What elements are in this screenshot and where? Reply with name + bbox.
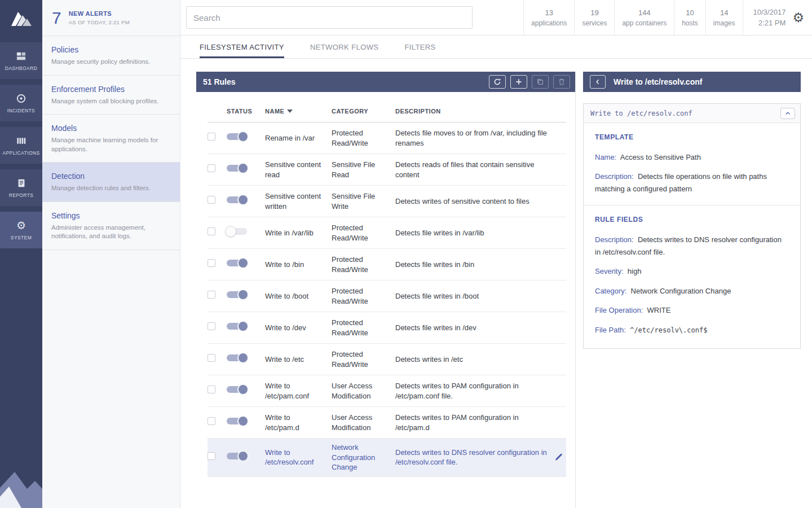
column-header-name[interactable]: NAME	[265, 108, 332, 115]
table-row[interactable]: Write to /binProtected Read/WriteDetects…	[208, 249, 566, 281]
status-toggle[interactable]	[227, 257, 247, 269]
date-text: 10/3/2017	[753, 7, 786, 18]
sidebar-item-dashboard[interactable]: DASHBOARD	[0, 42, 42, 79]
rule-category: Protected Read/Write	[332, 128, 395, 148]
table-row[interactable]: Write to /devProtected Read/WriteDetects…	[208, 312, 566, 344]
column-header-status: STATUS	[227, 108, 265, 115]
rule-name: Write to /etc	[265, 354, 332, 365]
field-label: Severity:	[595, 267, 624, 275]
edit-rule-button[interactable]	[554, 453, 563, 462]
table-row[interactable]: Write to /etc/pam.dUser Access Modificat…	[208, 407, 566, 439]
row-checkbox[interactable]	[208, 227, 215, 235]
stat-value: 10	[686, 8, 694, 17]
tab-filesystem-activity[interactable]: FILESYSTEM ACTIVITY	[200, 36, 284, 58]
rule-name: Sensitive content read	[265, 160, 332, 179]
status-toggle[interactable]	[227, 226, 247, 237]
table-row[interactable]: Sensitive content writtenSensitive File …	[208, 186, 566, 217]
status-toggle[interactable]	[227, 194, 247, 205]
menu-item-policies[interactable]: PoliciesManage security policy definitio…	[42, 36, 180, 76]
table-row[interactable]: Write to /etc/resolv.confNetwork Configu…	[208, 439, 566, 477]
rule-name: Sensitive content written	[265, 191, 332, 211]
table-row[interactable]: Write to /etc/pam.confUser Access Modifi…	[208, 375, 566, 407]
collapse-button[interactable]	[780, 108, 795, 119]
rules-toolbar	[489, 75, 570, 89]
rule-category: Protected Read/Write	[332, 318, 395, 338]
menu-item-title: Policies	[51, 45, 171, 54]
tab-filters[interactable]: FILTERS	[404, 36, 435, 58]
panel-divider	[575, 72, 576, 508]
decorative-mountains	[0, 464, 42, 508]
copy-button[interactable]	[532, 75, 549, 89]
logo-icon	[10, 8, 33, 28]
topbar-stats: 13applications19services144app container…	[523, 0, 812, 35]
tab-network-flows[interactable]: NETWORK FLOWS	[310, 36, 378, 58]
status-toggle[interactable]	[227, 415, 247, 427]
row-checkbox[interactable]	[208, 164, 215, 172]
settings-gear-button[interactable]: ⚙	[790, 0, 812, 35]
field-label: Description:	[595, 235, 634, 244]
stat-applications: 13applications	[523, 0, 574, 35]
row-checkbox[interactable]	[208, 417, 215, 425]
section-divider	[584, 205, 800, 205]
table-row[interactable]: Rename in /varProtected Read/WriteDetect…	[208, 122, 566, 154]
row-checkbox[interactable]	[208, 196, 215, 204]
menu-item-title: Settings	[51, 211, 171, 220]
table-row[interactable]: Write to /bootProtected Read/WriteDetect…	[208, 281, 566, 312]
status-toggle[interactable]	[227, 131, 247, 142]
dashboard-icon	[16, 51, 27, 62]
detail-panel-header: Write to /etc/resolv.conf	[583, 72, 801, 92]
row-checkbox[interactable]	[208, 354, 215, 362]
status-toggle[interactable]	[227, 384, 247, 395]
menu-item-description: Manage security policy definitions.	[51, 58, 171, 67]
delete-icon	[558, 78, 566, 86]
detail-card-body: TEMPLATE Name: Access to Sensitive PathD…	[584, 123, 800, 348]
status-toggle[interactable]	[227, 321, 247, 332]
row-checkbox[interactable]	[208, 259, 215, 267]
table-row[interactable]: Write to /etcProtected Read/WriteDetects…	[208, 344, 566, 375]
menu-item-settings[interactable]: SettingsAdminister access management, no…	[42, 202, 180, 250]
primary-nav: DASHBOARDINCIDENTSAPPLICATIONSREPORTS⚙SY…	[0, 42, 42, 248]
stat-label: app containers	[622, 19, 667, 27]
status-toggle[interactable]	[227, 352, 247, 364]
field-value: Access to Sensitive Path	[620, 153, 701, 161]
applications-icon	[16, 135, 27, 147]
new-alerts-summary[interactable]: 7 NEW ALERTS AS OF TODAY, 2:21 PM	[42, 0, 180, 36]
sidebar-item-applications[interactable]: APPLICATIONS	[0, 127, 42, 164]
menu-item-enforcement-profiles[interactable]: Enforcement ProfilesManage system call b…	[42, 76, 180, 115]
refresh-button[interactable]	[489, 75, 506, 89]
stat-images: 14images	[705, 0, 743, 35]
row-checkbox[interactable]	[208, 291, 215, 299]
rule-category: User Access Modification	[332, 381, 395, 401]
table-row[interactable]: Sensitive content readSensitive File Rea…	[208, 154, 566, 186]
sidebar-item-reports[interactable]: REPORTS	[0, 169, 42, 206]
app-logo[interactable]	[0, 0, 42, 36]
row-checkbox[interactable]	[208, 133, 215, 141]
alerts-title: NEW ALERTS	[69, 10, 130, 17]
rule-description: Detects writes to PAM configuration in /…	[395, 381, 551, 401]
rule-description: Detects file writes in /dev	[395, 323, 551, 333]
status-toggle[interactable]	[227, 289, 247, 300]
sidebar-item-system[interactable]: ⚙SYSTEM	[0, 212, 42, 248]
rule-category: Protected Read/Write	[332, 349, 395, 369]
row-checkbox[interactable]	[208, 452, 215, 460]
menu-item-detection[interactable]: DetectionManage detection rules and filt…	[42, 163, 180, 202]
stat-label: images	[713, 19, 735, 27]
rules-count-title: 51 Rules	[203, 77, 236, 86]
rule-category: Sensitive File Read	[332, 160, 395, 179]
sidebar-item-incidents[interactable]: INCIDENTS	[0, 85, 42, 121]
row-checkbox[interactable]	[208, 322, 215, 330]
status-toggle[interactable]	[227, 163, 247, 174]
delete-button[interactable]	[553, 75, 570, 89]
rule-description: Detects reads of files that contain sens…	[395, 160, 551, 179]
add-button[interactable]	[510, 75, 527, 89]
stat-value: 144	[638, 8, 651, 17]
rule-description: Detects writes of sensitive content to f…	[395, 196, 551, 207]
table-row[interactable]: Write in /var/libProtected Read/WriteDet…	[208, 217, 566, 249]
menu-item-models[interactable]: ModelsManage machine learning models for…	[42, 115, 180, 163]
system-icon: ⚙	[16, 220, 26, 231]
detail-field: Description: Detects writes to DNS resol…	[595, 234, 789, 258]
row-checkbox[interactable]	[208, 386, 215, 393]
search-input[interactable]	[186, 6, 473, 29]
back-button[interactable]	[590, 75, 606, 89]
status-toggle[interactable]	[227, 450, 247, 462]
